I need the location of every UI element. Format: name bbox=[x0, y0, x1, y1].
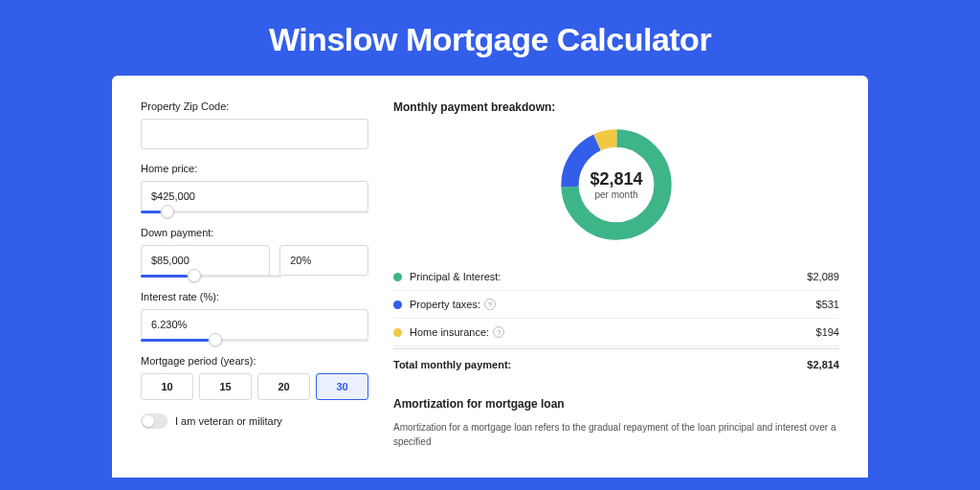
breakdown-value: $531 bbox=[816, 299, 839, 310]
calculator-card: Property Zip Code: Home price: Down paym… bbox=[112, 76, 868, 478]
breakdown-label: Property taxes: ? bbox=[410, 299, 816, 310]
rate-slider[interactable] bbox=[141, 339, 368, 342]
breakdown-value: $194 bbox=[816, 326, 839, 338]
down-slider-thumb[interactable] bbox=[188, 269, 201, 282]
zip-input[interactable] bbox=[141, 119, 368, 149]
rate-label: Interest rate (%): bbox=[141, 291, 368, 302]
price-slider[interactable] bbox=[141, 211, 368, 213]
donut-value: $2,814 bbox=[590, 169, 642, 189]
breakdown-title: Monthly payment breakdown: bbox=[393, 100, 839, 114]
donut-chart: $2,814 per month bbox=[393, 123, 839, 246]
dot-icon bbox=[393, 328, 402, 337]
down-slider[interactable] bbox=[141, 275, 282, 278]
dot-icon bbox=[393, 301, 402, 309]
donut-center: $2,814 per month bbox=[590, 169, 642, 200]
period-group: Mortgage period (years): 10 15 20 30 bbox=[141, 355, 368, 400]
price-slider-thumb[interactable] bbox=[161, 205, 174, 218]
dot-icon bbox=[393, 273, 402, 281]
veteran-row: I am veteran or military bbox=[141, 413, 368, 429]
page-title: Winslow Mortgage Calculator bbox=[0, 0, 980, 76]
breakdown-list: Principal & Interest: $2,089 Property ta… bbox=[393, 263, 839, 378]
down-percent-input[interactable] bbox=[279, 245, 368, 276]
help-icon[interactable]: ? bbox=[484, 299, 496, 310]
period-label: Mortgage period (years): bbox=[141, 355, 368, 367]
price-group: Home price: bbox=[141, 163, 368, 213]
down-group: Down payment: bbox=[141, 227, 368, 278]
amortization-title: Amortization for mortgage loan bbox=[393, 397, 839, 411]
period-btn-20[interactable]: 20 bbox=[257, 373, 310, 400]
breakdown-row-principal: Principal & Interest: $2,089 bbox=[393, 263, 839, 291]
zip-group: Property Zip Code: bbox=[141, 100, 368, 149]
help-icon[interactable]: ? bbox=[493, 326, 504, 338]
form-panel: Property Zip Code: Home price: Down paym… bbox=[141, 100, 368, 478]
breakdown-row-total: Total monthly payment: $2,814 bbox=[393, 348, 839, 378]
price-label: Home price: bbox=[141, 163, 368, 174]
breakdown-label: Principal & Interest: bbox=[410, 271, 807, 282]
breakdown-panel: Monthly payment breakdown: $2,814 per mo… bbox=[393, 100, 839, 478]
rate-input[interactable] bbox=[141, 309, 368, 340]
breakdown-label: Home insurance: ? bbox=[410, 326, 816, 338]
total-label: Total monthly payment: bbox=[393, 359, 807, 370]
rate-group: Interest rate (%): bbox=[141, 291, 368, 342]
breakdown-value: $2,089 bbox=[807, 271, 839, 282]
period-btn-15[interactable]: 15 bbox=[199, 373, 252, 400]
breakdown-row-insurance: Home insurance: ? $194 bbox=[393, 319, 839, 346]
rate-slider-thumb[interactable] bbox=[209, 333, 222, 346]
breakdown-row-taxes: Property taxes: ? $531 bbox=[393, 291, 839, 319]
veteran-toggle[interactable] bbox=[141, 413, 167, 429]
donut-per-month: per month bbox=[590, 189, 642, 200]
price-input[interactable] bbox=[141, 181, 368, 212]
down-amount-input[interactable] bbox=[141, 245, 270, 276]
amortization-text: Amortization for a mortgage loan refers … bbox=[393, 420, 839, 449]
period-segmented: 10 15 20 30 bbox=[141, 373, 368, 400]
zip-label: Property Zip Code: bbox=[141, 100, 368, 112]
period-btn-30[interactable]: 30 bbox=[316, 373, 368, 400]
down-label: Down payment: bbox=[141, 227, 368, 238]
period-btn-10[interactable]: 10 bbox=[141, 373, 193, 400]
total-value: $2,814 bbox=[807, 359, 839, 370]
veteran-label: I am veteran or military bbox=[175, 415, 282, 427]
